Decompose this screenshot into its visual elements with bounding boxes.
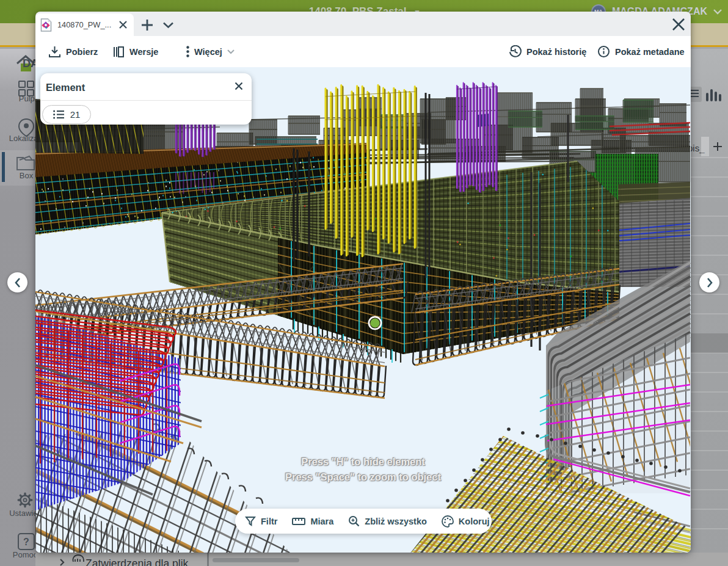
svg-text:Box: Box <box>20 171 34 180</box>
svg-text:Zatwierdzenia dla plik: Zatwierdzenia dla plik <box>86 557 189 566</box>
svg-text:Pomoc: Pomoc <box>13 550 38 559</box>
svg-text:?: ? <box>23 537 29 547</box>
